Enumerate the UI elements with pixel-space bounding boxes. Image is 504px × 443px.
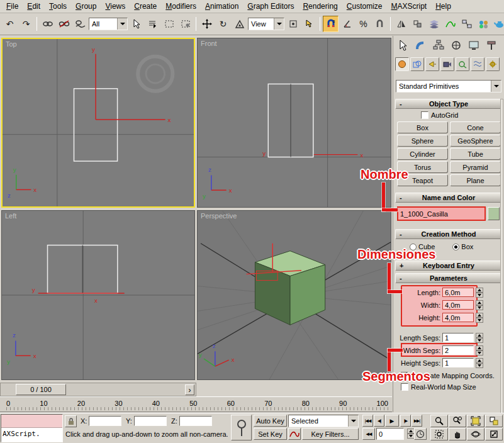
selection-lock-icon[interactable]: [65, 415, 77, 427]
plane-button[interactable]: Plane: [450, 174, 501, 186]
current-frame-field[interactable]: 0: [376, 428, 404, 440]
spacewarps-category-icon[interactable]: [471, 57, 484, 71]
pyramid-button[interactable]: Pyramid: [450, 161, 501, 173]
primitives-dropdown[interactable]: Standard Primitives: [396, 80, 501, 93]
viewport-top[interactable]: Top y x y x z: [1, 38, 195, 208]
object-color-swatch[interactable]: [488, 207, 500, 220]
length-segs-spinner[interactable]: [476, 333, 483, 343]
width-field[interactable]: 4,0m: [442, 300, 474, 310]
helpers-category-icon[interactable]: [456, 57, 469, 71]
hierarchy-tab[interactable]: [430, 37, 447, 53]
timeline-ruler[interactable]: 0 10 20 30 40 50 60 70 80 90 100: [0, 396, 392, 412]
time-slider-track[interactable]: 0 / 100 ›: [0, 383, 196, 396]
chevron-down-icon[interactable]: [491, 81, 501, 92]
modify-tab[interactable]: [413, 37, 429, 53]
menu-rendering[interactable]: Rendering: [298, 1, 342, 12]
menu-maxscript[interactable]: MAXScript: [387, 1, 432, 12]
material-editor-icon[interactable]: [475, 16, 491, 32]
motion-tab[interactable]: [448, 37, 464, 53]
spinner-snap-icon[interactable]: [372, 16, 388, 32]
select-object-icon[interactable]: [128, 16, 144, 32]
curve-editor-icon[interactable]: [442, 16, 458, 32]
geosphere-button[interactable]: GeoSphere: [450, 135, 501, 147]
render-setup-icon[interactable]: [491, 16, 504, 32]
set-key-button[interactable]: Set Key: [254, 428, 287, 440]
maxscript-mini-listener[interactable]: AXScript.: [1, 414, 63, 442]
schematic-view-icon[interactable]: [459, 16, 474, 32]
menu-tools[interactable]: Tools: [45, 1, 71, 12]
time-slider-handle[interactable]: 0 / 100: [16, 384, 66, 395]
viewport-front[interactable]: Front y x z x y: [197, 38, 391, 208]
z-coord-field[interactable]: [179, 416, 212, 426]
x-coord-field[interactable]: [89, 416, 121, 426]
region-zoom-icon[interactable]: [430, 428, 448, 440]
menu-edit[interactable]: Edit: [23, 1, 45, 12]
key-filters-button[interactable]: Key Filters...: [302, 428, 359, 440]
display-tab[interactable]: [466, 37, 482, 53]
cylinder-button[interactable]: Cylinder: [397, 148, 448, 160]
use-center-icon[interactable]: [285, 16, 301, 32]
parameters-rollout[interactable]: - Parameters: [395, 273, 502, 283]
select-and-rotate-icon[interactable]: ↻: [215, 16, 231, 32]
length-segs-field[interactable]: 1: [442, 333, 474, 342]
chevron-down-icon[interactable]: [274, 18, 284, 30]
reference-coordinate-dropdown[interactable]: View: [248, 18, 284, 30]
tube-button[interactable]: Tube: [450, 148, 501, 160]
menu-file[interactable]: File: [2, 1, 23, 12]
interactive-pan-zoom-button[interactable]: [231, 415, 252, 440]
menu-create[interactable]: Create: [130, 1, 161, 12]
real-world-checkbox[interactable]: [401, 383, 408, 391]
mirror-icon[interactable]: [393, 16, 409, 32]
next-frame-button[interactable]: |▶: [400, 415, 411, 427]
lights-category-icon[interactable]: [425, 57, 439, 71]
menu-customize[interactable]: Customize: [342, 1, 387, 12]
shapes-category-icon[interactable]: [410, 57, 424, 71]
creation-method-rollout[interactable]: - Creation Method: [395, 229, 502, 239]
menu-graph-editors[interactable]: Graph Editors: [243, 1, 298, 12]
select-and-link-icon[interactable]: [40, 16, 55, 32]
select-by-name-icon[interactable]: [145, 16, 160, 32]
menu-group[interactable]: Group: [71, 1, 101, 12]
utilities-tab[interactable]: [483, 37, 500, 53]
width-spinner[interactable]: [476, 300, 483, 310]
height-segs-field[interactable]: 1: [442, 358, 474, 367]
undo-icon[interactable]: ↶: [2, 16, 18, 32]
arc-rotate-icon[interactable]: [467, 428, 484, 440]
menu-help[interactable]: Help: [431, 1, 456, 12]
select-and-move-icon[interactable]: [199, 16, 215, 32]
menu-views[interactable]: Views: [101, 1, 130, 12]
listener-pane[interactable]: AXScript.: [1, 428, 62, 442]
pan-hand-icon[interactable]: [449, 428, 466, 440]
chevron-down-icon[interactable]: [117, 18, 127, 30]
percent-snap-icon[interactable]: %: [356, 16, 371, 32]
object-type-rollout[interactable]: - Object Type: [395, 99, 502, 109]
play-button[interactable]: ▶: [385, 415, 399, 427]
systems-category-icon[interactable]: [486, 57, 500, 71]
height-segs-spinner[interactable]: [476, 358, 483, 368]
autogrid-checkbox[interactable]: [421, 111, 428, 119]
length-field[interactable]: 6,0m: [442, 288, 474, 297]
align-icon[interactable]: [410, 16, 425, 32]
sphere-button[interactable]: Sphere: [397, 135, 448, 147]
box-radio[interactable]: [452, 244, 459, 250]
viewport-left[interactable]: Left y x z x y: [1, 210, 195, 380]
create-tab[interactable]: [395, 37, 412, 53]
macro-recorder-pane[interactable]: [1, 415, 62, 428]
width-segs-spinner[interactable]: [476, 345, 483, 356]
y-coord-field[interactable]: [134, 416, 167, 426]
go-to-end-button[interactable]: ▶▶|: [412, 415, 422, 427]
geometry-category-icon[interactable]: [395, 57, 409, 71]
zoom-icon[interactable]: [430, 415, 448, 427]
go-to-start-button[interactable]: |◀◀: [362, 415, 373, 427]
length-spinner[interactable]: [476, 288, 483, 298]
box-button[interactable]: Box: [397, 121, 448, 133]
menu-modifiers[interactable]: Modifiers: [161, 1, 201, 12]
chevron-down-icon[interactable]: [348, 415, 358, 427]
previous-frame-button[interactable]: ◀|: [374, 415, 384, 427]
window-crossing-icon[interactable]: [177, 16, 193, 32]
auto-key-button[interactable]: Auto Key: [254, 415, 287, 427]
rectangular-selection-region-icon[interactable]: [161, 16, 177, 32]
zoom-all-icon[interactable]: [449, 415, 466, 427]
new-key-mode-icon[interactable]: [288, 428, 301, 440]
snap-toggle-icon[interactable]: 3: [323, 16, 339, 32]
